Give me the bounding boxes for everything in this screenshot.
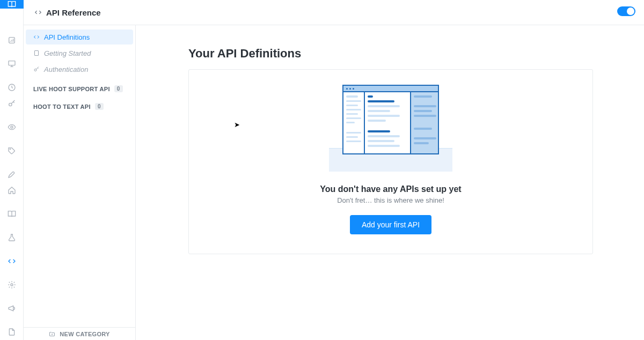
sidebar: API Definitions Getting Started Authenti… <box>24 25 136 340</box>
empty-state-illustration <box>329 85 452 172</box>
category-count-badge: 0 <box>95 103 104 110</box>
rail-item-guides[interactable] <box>0 206 24 222</box>
code-icon <box>34 9 42 16</box>
page-title: API Reference <box>46 8 101 17</box>
rail-item-home[interactable] <box>0 182 24 198</box>
code-icon <box>33 34 40 40</box>
sidebar-category-hoot-to-text[interactable]: HOOT TO TEXT API 0 <box>24 99 135 112</box>
svg-point-4 <box>11 126 13 128</box>
flask-icon <box>8 233 16 242</box>
toggle-knob <box>627 8 634 15</box>
rail-item-tag[interactable] <box>0 143 24 159</box>
svg-point-3 <box>9 103 11 106</box>
category-label: LIVE HOOT SUPPORT API <box>33 86 110 92</box>
rail-item-flask[interactable] <box>0 230 24 246</box>
pen-icon <box>8 170 16 179</box>
sidebar-link-label: Authentication <box>44 65 88 73</box>
sidebar-link-getting-started[interactable]: Getting Started <box>26 46 133 61</box>
sidebar-category-live-hoot[interactable]: LIVE HOOT SUPPORT API 0 <box>24 81 135 94</box>
svg-rect-1 <box>9 61 15 65</box>
home-icon <box>8 186 16 195</box>
key-icon <box>8 99 16 108</box>
sidebar-link-api-definitions[interactable]: API Definitions <box>26 29 133 45</box>
rail-item-clock[interactable] <box>0 79 24 95</box>
folder-plus-icon <box>49 331 55 337</box>
icon-rail <box>0 0 24 340</box>
empty-state-title: You don't have any APIs set up yet <box>320 184 461 194</box>
svg-point-6 <box>11 284 13 286</box>
sidebar-link-label: Getting Started <box>44 49 91 57</box>
rail-item-dashboard[interactable] <box>0 32 24 48</box>
sidebar-link-authentication[interactable]: Authentication <box>26 62 133 77</box>
page-icon <box>33 50 40 56</box>
book-open-icon <box>8 0 16 9</box>
rail-item-file[interactable] <box>0 324 24 340</box>
rail-item-pen[interactable] <box>0 166 24 182</box>
main-heading: Your API Definitions <box>188 47 617 61</box>
rail-item-api-reference[interactable] <box>0 253 24 269</box>
rail-item-metrics[interactable] <box>0 56 24 72</box>
empty-state-card: You don't have any APIs set up yet Don't… <box>188 69 593 254</box>
clock-icon <box>8 83 16 92</box>
presentation-icon <box>8 60 16 68</box>
code-icon <box>8 257 16 265</box>
rail-item-announce[interactable] <box>0 300 24 316</box>
rail-item-key[interactable] <box>0 95 24 112</box>
new-category-button[interactable]: NEW CATEGORY <box>24 327 135 340</box>
category-count-badge: 0 <box>114 85 123 92</box>
sidebar-scroll: API Definitions Getting Started Authenti… <box>24 25 135 327</box>
main-content: Your API Definitions <box>136 25 644 340</box>
rail-group-1 <box>0 32 24 95</box>
svg-point-5 <box>10 149 10 149</box>
empty-state-subtitle: Don't fret… this is where we shine! <box>337 196 444 204</box>
sidebar-link-label: API Definitions <box>44 33 90 41</box>
live-toggle[interactable] <box>617 6 635 16</box>
rail-group-3 <box>0 182 24 340</box>
tag-icon <box>8 146 16 155</box>
svg-point-9 <box>34 69 36 71</box>
add-first-api-button[interactable]: Add your first API <box>350 215 431 234</box>
eye-icon <box>8 123 16 131</box>
app-logo[interactable] <box>0 0 24 9</box>
book-icon <box>8 210 16 218</box>
rail-item-settings[interactable] <box>0 277 24 293</box>
topbar: API Reference <box>24 0 644 25</box>
svg-rect-8 <box>35 51 39 56</box>
category-label: HOOT TO TEXT API <box>33 104 91 110</box>
rail-group-2 <box>0 95 24 182</box>
rail-item-eye[interactable] <box>0 119 24 135</box>
file-icon <box>8 328 16 336</box>
key-icon <box>33 66 40 72</box>
gear-icon <box>8 280 16 289</box>
dashboard-icon <box>8 36 16 45</box>
megaphone-icon <box>8 304 16 313</box>
new-category-label: NEW CATEGORY <box>60 331 109 337</box>
